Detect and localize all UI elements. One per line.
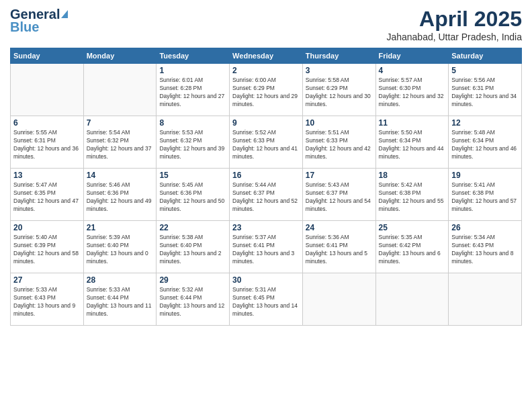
day-cell: 25Sunrise: 5:35 AM Sunset: 6:42 PM Dayli… bbox=[375, 221, 449, 273]
day-info: Sunrise: 5:58 AM Sunset: 6:29 PM Dayligh… bbox=[306, 77, 373, 109]
logo-blue: Blue bbox=[10, 19, 39, 35]
day-number: 8 bbox=[159, 118, 226, 128]
day-number: 10 bbox=[306, 118, 373, 128]
day-info: Sunrise: 5:53 AM Sunset: 6:32 PM Dayligh… bbox=[159, 129, 226, 161]
day-number: 15 bbox=[159, 171, 226, 180]
day-cell: 7Sunrise: 5:54 AM Sunset: 6:32 PM Daylig… bbox=[83, 116, 157, 169]
day-cell: 23Sunrise: 5:37 AM Sunset: 6:41 PM Dayli… bbox=[230, 221, 303, 273]
day-number: 12 bbox=[451, 118, 519, 128]
week-row-0: 1Sunrise: 6:01 AM Sunset: 6:28 PM Daylig… bbox=[11, 64, 522, 116]
day-number: 19 bbox=[451, 171, 519, 180]
day-cell: 11Sunrise: 5:50 AM Sunset: 6:34 PM Dayli… bbox=[375, 116, 449, 169]
day-info: Sunrise: 5:34 AM Sunset: 6:43 PM Dayligh… bbox=[451, 234, 519, 266]
day-cell bbox=[83, 64, 157, 116]
month-title: April 2025 bbox=[386, 7, 522, 32]
day-info: Sunrise: 5:31 AM Sunset: 6:45 PM Dayligh… bbox=[232, 286, 300, 318]
day-cell: 19Sunrise: 5:41 AM Sunset: 6:38 PM Dayli… bbox=[449, 169, 522, 221]
day-number: 27 bbox=[13, 275, 81, 285]
day-cell: 21Sunrise: 5:39 AM Sunset: 6:40 PM Dayli… bbox=[83, 221, 157, 273]
day-info: Sunrise: 5:47 AM Sunset: 6:35 PM Dayligh… bbox=[13, 181, 81, 214]
day-info: Sunrise: 5:40 AM Sunset: 6:39 PM Dayligh… bbox=[13, 234, 81, 266]
day-cell: 16Sunrise: 5:44 AM Sunset: 6:37 PM Dayli… bbox=[230, 169, 303, 221]
logo-triangle bbox=[61, 10, 68, 18]
day-cell: 6Sunrise: 5:55 AM Sunset: 6:31 PM Daylig… bbox=[11, 116, 84, 169]
day-info: Sunrise: 5:43 AM Sunset: 6:37 PM Dayligh… bbox=[306, 181, 373, 214]
day-cell: 13Sunrise: 5:47 AM Sunset: 6:35 PM Dayli… bbox=[11, 169, 84, 221]
day-number: 28 bbox=[87, 275, 154, 285]
day-number: 5 bbox=[451, 66, 519, 75]
day-info: Sunrise: 5:37 AM Sunset: 6:41 PM Dayligh… bbox=[232, 234, 300, 266]
day-cell: 30Sunrise: 5:31 AM Sunset: 6:45 PM Dayli… bbox=[230, 273, 303, 326]
day-cell: 22Sunrise: 5:38 AM Sunset: 6:40 PM Dayli… bbox=[157, 221, 230, 273]
day-cell: 17Sunrise: 5:43 AM Sunset: 6:37 PM Dayli… bbox=[302, 169, 375, 221]
header-row: SundayMondayTuesdayWednesdayThursdayFrid… bbox=[11, 48, 522, 64]
day-cell: 24Sunrise: 5:36 AM Sunset: 6:41 PM Dayli… bbox=[302, 221, 375, 273]
title-area: April 2025 Jahanabad, Uttar Pradesh, Ind… bbox=[386, 7, 522, 42]
day-cell: 5Sunrise: 5:56 AM Sunset: 6:31 PM Daylig… bbox=[449, 64, 522, 116]
day-info: Sunrise: 5:55 AM Sunset: 6:31 PM Dayligh… bbox=[13, 129, 81, 161]
week-row-1: 6Sunrise: 5:55 AM Sunset: 6:31 PM Daylig… bbox=[11, 116, 522, 169]
day-info: Sunrise: 5:33 AM Sunset: 6:44 PM Dayligh… bbox=[87, 286, 154, 318]
day-number: 6 bbox=[13, 118, 81, 128]
day-cell: 26Sunrise: 5:34 AM Sunset: 6:43 PM Dayli… bbox=[449, 221, 522, 273]
day-number: 7 bbox=[87, 118, 154, 128]
day-cell: 8Sunrise: 5:53 AM Sunset: 6:32 PM Daylig… bbox=[157, 116, 230, 169]
day-number: 24 bbox=[306, 223, 373, 232]
day-cell: 18Sunrise: 5:42 AM Sunset: 6:38 PM Dayli… bbox=[375, 169, 449, 221]
day-number: 17 bbox=[306, 171, 373, 180]
header: General Blue April 2025 Jahanabad, Uttar… bbox=[10, 7, 522, 42]
day-cell bbox=[302, 273, 375, 326]
day-cell: 15Sunrise: 5:45 AM Sunset: 6:36 PM Dayli… bbox=[157, 169, 230, 221]
day-info: Sunrise: 5:52 AM Sunset: 6:33 PM Dayligh… bbox=[232, 129, 300, 161]
day-cell: 20Sunrise: 5:40 AM Sunset: 6:39 PM Dayli… bbox=[11, 221, 84, 273]
day-cell bbox=[375, 273, 449, 326]
logo: General Blue bbox=[10, 7, 68, 35]
day-info: Sunrise: 5:56 AM Sunset: 6:31 PM Dayligh… bbox=[451, 77, 519, 109]
day-info: Sunrise: 6:00 AM Sunset: 6:29 PM Dayligh… bbox=[232, 77, 300, 109]
day-info: Sunrise: 5:41 AM Sunset: 6:38 PM Dayligh… bbox=[451, 181, 519, 214]
header-cell-tuesday: Tuesday bbox=[157, 48, 230, 64]
day-number: 21 bbox=[87, 223, 154, 232]
day-cell: 9Sunrise: 5:52 AM Sunset: 6:33 PM Daylig… bbox=[230, 116, 303, 169]
day-number: 18 bbox=[379, 171, 446, 180]
day-cell bbox=[11, 64, 84, 116]
day-number: 23 bbox=[232, 223, 300, 232]
day-info: Sunrise: 5:42 AM Sunset: 6:38 PM Dayligh… bbox=[379, 181, 446, 214]
day-info: Sunrise: 5:35 AM Sunset: 6:42 PM Dayligh… bbox=[379, 234, 446, 266]
day-cell: 3Sunrise: 5:58 AM Sunset: 6:29 PM Daylig… bbox=[302, 64, 375, 116]
location: Jahanabad, Uttar Pradesh, India bbox=[386, 32, 522, 42]
day-cell: 2Sunrise: 6:00 AM Sunset: 6:29 PM Daylig… bbox=[230, 64, 303, 116]
day-number: 26 bbox=[451, 223, 519, 232]
day-info: Sunrise: 5:45 AM Sunset: 6:36 PM Dayligh… bbox=[159, 181, 226, 214]
day-number: 2 bbox=[232, 66, 300, 75]
day-cell: 12Sunrise: 5:48 AM Sunset: 6:34 PM Dayli… bbox=[449, 116, 522, 169]
day-number: 13 bbox=[13, 171, 81, 180]
day-number: 20 bbox=[13, 223, 81, 232]
day-cell: 28Sunrise: 5:33 AM Sunset: 6:44 PM Dayli… bbox=[83, 273, 157, 326]
week-row-4: 27Sunrise: 5:33 AM Sunset: 6:43 PM Dayli… bbox=[11, 273, 522, 326]
day-info: Sunrise: 5:44 AM Sunset: 6:37 PM Dayligh… bbox=[232, 181, 300, 214]
day-info: Sunrise: 5:57 AM Sunset: 6:30 PM Dayligh… bbox=[379, 77, 446, 109]
day-cell: 27Sunrise: 5:33 AM Sunset: 6:43 PM Dayli… bbox=[11, 273, 84, 326]
day-info: Sunrise: 5:51 AM Sunset: 6:33 PM Dayligh… bbox=[306, 129, 373, 161]
day-info: Sunrise: 5:46 AM Sunset: 6:36 PM Dayligh… bbox=[87, 181, 154, 214]
day-info: Sunrise: 5:54 AM Sunset: 6:32 PM Dayligh… bbox=[87, 129, 154, 161]
header-cell-saturday: Saturday bbox=[449, 48, 522, 64]
week-row-3: 20Sunrise: 5:40 AM Sunset: 6:39 PM Dayli… bbox=[11, 221, 522, 273]
day-number: 9 bbox=[232, 118, 300, 128]
day-cell: 10Sunrise: 5:51 AM Sunset: 6:33 PM Dayli… bbox=[302, 116, 375, 169]
day-cell: 1Sunrise: 6:01 AM Sunset: 6:28 PM Daylig… bbox=[157, 64, 230, 116]
day-number: 4 bbox=[379, 66, 446, 75]
day-info: Sunrise: 5:50 AM Sunset: 6:34 PM Dayligh… bbox=[379, 129, 446, 161]
day-cell: 4Sunrise: 5:57 AM Sunset: 6:30 PM Daylig… bbox=[375, 64, 449, 116]
week-row-2: 13Sunrise: 5:47 AM Sunset: 6:35 PM Dayli… bbox=[11, 169, 522, 221]
day-info: Sunrise: 5:38 AM Sunset: 6:40 PM Dayligh… bbox=[159, 234, 226, 266]
day-number: 29 bbox=[159, 275, 226, 285]
day-number: 22 bbox=[159, 223, 226, 232]
day-info: Sunrise: 5:39 AM Sunset: 6:40 PM Dayligh… bbox=[87, 234, 154, 266]
day-number: 1 bbox=[159, 66, 226, 75]
header-cell-monday: Monday bbox=[83, 48, 157, 64]
day-cell bbox=[449, 273, 522, 326]
day-cell: 14Sunrise: 5:46 AM Sunset: 6:36 PM Dayli… bbox=[83, 169, 157, 221]
header-cell-friday: Friday bbox=[375, 48, 449, 64]
